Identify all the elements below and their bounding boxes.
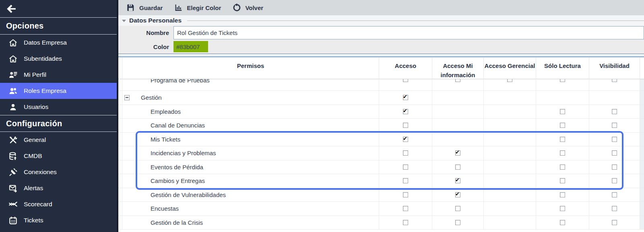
row-gutter (118, 79, 122, 90)
checkbox-mi_info[interactable] (455, 206, 460, 211)
checkbox-visibilidad[interactable] (612, 220, 617, 225)
sidebar-item-label: Conexiones (24, 168, 57, 176)
checkbox-mi_info[interactable] (455, 150, 460, 156)
toolbar-button-label: Elegir Color (187, 4, 221, 11)
table-row-gestion: Gestión (118, 91, 644, 105)
nombre-label: Nombre (118, 29, 173, 36)
checkbox-visibilidad[interactable] (612, 79, 617, 82)
permiso-label: Mis Tickets (151, 136, 180, 143)
checkbox-acceso[interactable] (403, 206, 408, 211)
section-header-datos-personales[interactable]: Datos Personales (118, 15, 644, 26)
checkbox-acceso[interactable] (403, 95, 408, 100)
profile-lines-icon (8, 70, 18, 80)
collapse-minus-icon[interactable] (124, 95, 130, 100)
sidebar-item-alertas[interactable]: Alertas (0, 180, 117, 196)
checkbox-acceso[interactable] (403, 178, 408, 183)
cell-mi_info (432, 216, 484, 230)
permissions-table: PermisosAccesoAcceso Mi informaciónAcces… (118, 56, 644, 230)
column-header-visibilidad: Visibilidad (589, 57, 640, 80)
checkbox-lectura[interactable] (560, 178, 565, 183)
cell-visibilidad (589, 91, 640, 105)
sidebar-item-roles-empresa[interactable]: Roles Empresa (0, 83, 117, 99)
sidebar-item-label: Subentidades (24, 55, 62, 62)
cell-mi_info (432, 160, 484, 174)
checkbox-visibilidad[interactable] (612, 164, 617, 170)
checkbox-acceso[interactable] (403, 150, 408, 156)
cell-gerencial (484, 174, 536, 188)
cell-acceso (379, 105, 432, 119)
volver-button[interactable]: Volver (232, 3, 263, 12)
sidebar-item-usuarios[interactable]: Usuarios (0, 99, 117, 115)
checkbox-gerencial[interactable] (507, 79, 512, 82)
calendar-icon (8, 216, 18, 225)
elegir-color-button[interactable]: Elegir Color (174, 3, 221, 12)
cell-acceso (379, 91, 432, 105)
checkbox-mi_info[interactable] (455, 164, 460, 170)
sidebar-item-general[interactable]: General (0, 132, 117, 148)
cell-acceso (379, 174, 432, 188)
column-header-solo-lectura: Sólo Lectura (536, 57, 589, 80)
checkbox-acceso[interactable] (403, 220, 408, 225)
row-gutter (118, 133, 122, 146)
checkbox-visibilidad[interactable] (612, 178, 617, 183)
sidebar-item-conexiones[interactable]: Conexiones (0, 164, 117, 180)
checkbox-mi_info[interactable] (455, 192, 460, 197)
checkbox-mi_info[interactable] (455, 220, 460, 225)
checkbox-lectura[interactable] (560, 109, 565, 114)
checkbox-acceso[interactable] (403, 123, 408, 128)
checkbox-acceso[interactable] (403, 164, 408, 170)
checkbox-visibilidad[interactable] (612, 123, 617, 128)
checkbox-lectura[interactable] (560, 137, 565, 142)
checkbox-visibilidad[interactable] (612, 109, 617, 114)
cell-mi_info (432, 174, 484, 188)
checkbox-lectura[interactable] (560, 79, 565, 82)
checkbox-acceso[interactable] (403, 109, 408, 114)
sidebar-item-label: Scorecard (24, 201, 52, 208)
sidebar-back-button[interactable] (0, 0, 117, 18)
table-row-encuestas: Encuestas (118, 202, 644, 216)
sidebar-item-subentidades[interactable]: Subentidades (0, 51, 117, 67)
checkbox-mi_info[interactable] (455, 79, 460, 82)
cell-mi_info (432, 91, 484, 105)
toolbar-button-label: Guardar (139, 4, 163, 11)
nombre-input[interactable] (173, 26, 644, 39)
checkbox-lectura[interactable] (560, 220, 565, 225)
color-swatch[interactable]: #83b007 (173, 41, 208, 52)
cell-mi_info (432, 146, 484, 160)
checkbox-lectura[interactable] (560, 164, 565, 170)
sidebar-item-scorecard[interactable]: Scorecard (0, 196, 117, 212)
cell-lectura (536, 160, 589, 174)
checkbox-visibilidad[interactable] (612, 206, 617, 211)
row-sliver (640, 174, 644, 188)
checkbox-acceso[interactable] (403, 137, 408, 142)
sidebar-item-mi-perfil[interactable]: Mi Perfil (0, 67, 117, 83)
cell-visibilidad (589, 105, 640, 119)
home-icon (8, 38, 18, 47)
table-row-eventos-de-perdida: Eventos de Pérdida (118, 160, 644, 175)
sidebar-item-datos-empresa[interactable]: Datos Empresa (0, 35, 117, 51)
checkbox-lectura[interactable] (560, 123, 565, 128)
checkbox-visibilidad[interactable] (612, 192, 617, 197)
checkbox-lectura[interactable] (560, 150, 565, 156)
checkbox-visibilidad[interactable] (612, 137, 617, 142)
sidebar-item-label: Tickets (24, 217, 43, 224)
cell-lectura (536, 119, 589, 132)
sidebar-item-tickets[interactable]: Tickets (0, 212, 117, 228)
sidebar-item-cmdb[interactable]: CMDB (0, 148, 117, 164)
checkbox-lectura[interactable] (560, 192, 565, 197)
permiso-label-cell: Gestión (122, 91, 379, 105)
permiso-label: Eventos de Pérdida (151, 164, 203, 170)
checkbox-acceso[interactable] (403, 79, 408, 82)
checkbox-visibilidad[interactable] (612, 150, 617, 156)
row-gutter (118, 119, 122, 132)
sidebar: OpcionesDatos EmpresaSubentidadesMi Perf… (0, 0, 118, 232)
checkbox-lectura[interactable] (560, 206, 565, 211)
guardar-button[interactable]: Guardar (126, 3, 163, 12)
checkbox-mi_info[interactable] (455, 178, 460, 183)
sidebar-heading-opciones: Opciones (0, 18, 117, 35)
permiso-label: Canal de Denuncias (151, 122, 205, 129)
checkbox-acceso[interactable] (403, 192, 408, 197)
sidebar-item-partial[interactable] (0, 228, 117, 232)
permiso-label: Incidencias y Problemas (151, 150, 216, 156)
cell-mi_info (432, 133, 484, 146)
